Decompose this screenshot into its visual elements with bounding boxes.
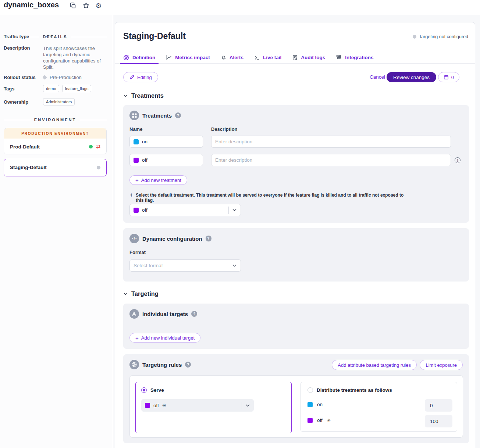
rollout-diamond-icon: [42, 75, 47, 80]
calendar-icon: [444, 75, 449, 80]
environment-title: Staging-Default: [123, 31, 186, 41]
details-sidebar: DETAILS Traffic type user Description Th…: [0, 15, 113, 448]
treatment-color-swatch: [307, 418, 313, 423]
distribute-option-panel: Distribute treatments as follows on off …: [301, 382, 457, 432]
distribution-row: off ✳: [307, 417, 331, 423]
add-attribute-rules-button[interactable]: Add attribute based targeting rules: [332, 360, 417, 370]
puzzle-icon: [336, 54, 342, 61]
environment-item-prod-default[interactable]: PRODUCTION ENVIRONMENT Prod-Default ⇄: [4, 128, 107, 154]
format-label: Format: [129, 250, 146, 255]
add-user-icon: [129, 309, 139, 319]
targeting-rules-card: Targeting rules ? Add attribute based ta…: [123, 354, 469, 443]
distribution-row: on: [307, 402, 323, 407]
chevron-down-icon: [245, 403, 250, 408]
tags-label: Tags: [4, 86, 14, 92]
line-chart-icon: [166, 54, 172, 61]
treatment-color-swatch: [134, 158, 139, 163]
treatment-name-input[interactable]: off: [129, 154, 203, 166]
distribute-label: Distribute treatments as follows: [317, 387, 392, 393]
dynamic-configuration-card: </> Dynamic configuration ? Format Selec…: [123, 228, 469, 282]
treatment-color-swatch: [134, 139, 139, 144]
owner-chip[interactable]: Administrators: [43, 98, 75, 105]
dynamic-configuration-help-icon[interactable]: ?: [206, 236, 211, 241]
format-select[interactable]: Select format: [129, 259, 241, 272]
select-divider: [228, 207, 229, 214]
tag-chip[interactable]: feature_flags: [62, 85, 92, 92]
swap-arrows-icon[interactable]: ⇄: [96, 143, 100, 150]
plus-icon: +: [135, 178, 139, 183]
treatments-help-icon[interactable]: ?: [175, 112, 181, 118]
tab-alerts[interactable]: Alerts: [221, 52, 243, 63]
production-environment-banner: PRODUCTION ENVIRONMENT: [4, 128, 106, 139]
scheduled-changes-button[interactable]: 0: [438, 72, 459, 82]
audit-log-icon: [292, 55, 298, 61]
target-icon: [129, 360, 139, 369]
treatments-grid-icon: [129, 111, 139, 120]
cancel-button[interactable]: Cancel: [370, 74, 385, 80]
serve-label: Serve: [150, 387, 164, 393]
default-treatment-select[interactable]: off: [129, 204, 241, 216]
chevron-down-icon: [232, 208, 237, 212]
definition-target-icon: [123, 54, 129, 61]
select-divider: [242, 402, 242, 409]
tab-audit-logs[interactable]: Audit logs: [292, 52, 325, 63]
limit-exposure-button[interactable]: Limit exposure: [420, 360, 463, 370]
tab-live-tail[interactable]: Live tail: [254, 52, 281, 63]
targeting-section-toggle[interactable]: Targeting: [123, 290, 159, 297]
individual-targets-help-icon[interactable]: ?: [191, 311, 197, 317]
treatment-description-input[interactable]: [215, 139, 447, 144]
add-new-treatment-button[interactable]: + Add new treatment: [129, 175, 187, 185]
treatment-description-field: [211, 154, 451, 166]
distribute-radio[interactable]: [307, 387, 313, 393]
serve-treatment-select[interactable]: off ✳: [141, 399, 254, 412]
chevron-down-icon: [123, 291, 128, 296]
description-label: Description: [4, 45, 30, 51]
tab-metrics-impact[interactable]: Metrics impact: [166, 52, 210, 63]
copy-icon[interactable]: [69, 2, 77, 9]
terminal-icon: [254, 55, 260, 61]
treatment-color-swatch: [307, 402, 313, 407]
rollout-status-label: Rollout status: [4, 75, 36, 80]
add-individual-target-button[interactable]: + Add new individual target: [129, 333, 200, 343]
chevron-down-icon: [123, 93, 128, 98]
environment-active-dot: [89, 145, 93, 148]
gear-icon[interactable]: ⚙: [95, 2, 102, 9]
treatment-description-input[interactable]: [215, 157, 447, 163]
review-changes-button[interactable]: Review changes: [387, 72, 436, 82]
tab-definition[interactable]: Definition: [123, 52, 155, 63]
environment-inactive-dot: [97, 166, 100, 169]
tabs-divider: [115, 63, 475, 64]
page-title: dynamic_boxes: [4, 1, 59, 9]
status-dot-icon: [413, 35, 416, 39]
default-asterisk-icon: ✳: [327, 418, 331, 423]
treatments-section-toggle[interactable]: Treatments: [123, 92, 164, 99]
dynamic-configuration-title: Dynamic configuration: [142, 236, 202, 242]
treatments-card-title: Treatments: [142, 112, 172, 119]
treatments-card: Treatments ? Name Description on off ! +…: [123, 105, 469, 223]
tab-integrations[interactable]: Integrations: [336, 52, 373, 63]
serve-radio[interactable]: [141, 387, 147, 393]
ownership-list: Administrators: [43, 98, 78, 105]
star-icon[interactable]: [82, 2, 90, 9]
pencil-icon: [129, 75, 135, 80]
serve-option-panel: Serve off ✳: [135, 382, 292, 433]
description-column-header: Description: [211, 126, 238, 132]
environment-heading: ENVIRONMENT: [4, 118, 107, 122]
ownership-label: Ownership: [4, 99, 28, 105]
bell-icon: [221, 55, 227, 61]
targeting-rules-help-icon[interactable]: ?: [185, 362, 191, 368]
distribution-percent-input-off[interactable]: [425, 415, 452, 427]
rollout-status-value: Pre-Production: [43, 75, 82, 80]
rule-container: Serve off ✳ Distribute treatments as fol…: [129, 375, 463, 438]
distribution-percent-input-on[interactable]: [425, 399, 452, 412]
treatment-color-swatch: [145, 403, 150, 408]
treatment-description-field: [211, 136, 451, 148]
targeting-rules-title: Targeting rules: [142, 362, 182, 368]
treatment-name-input[interactable]: on: [129, 136, 203, 148]
targeting-status: Targeting not configured: [413, 34, 468, 39]
environment-name: Staging-Default: [10, 165, 47, 170]
tag-chip[interactable]: demo: [43, 85, 59, 92]
environment-item-staging-default[interactable]: Staging-Default: [4, 159, 107, 176]
info-icon[interactable]: !: [455, 157, 461, 163]
environment-definition-panel: Staging-Default Targeting not configured…: [115, 22, 475, 448]
